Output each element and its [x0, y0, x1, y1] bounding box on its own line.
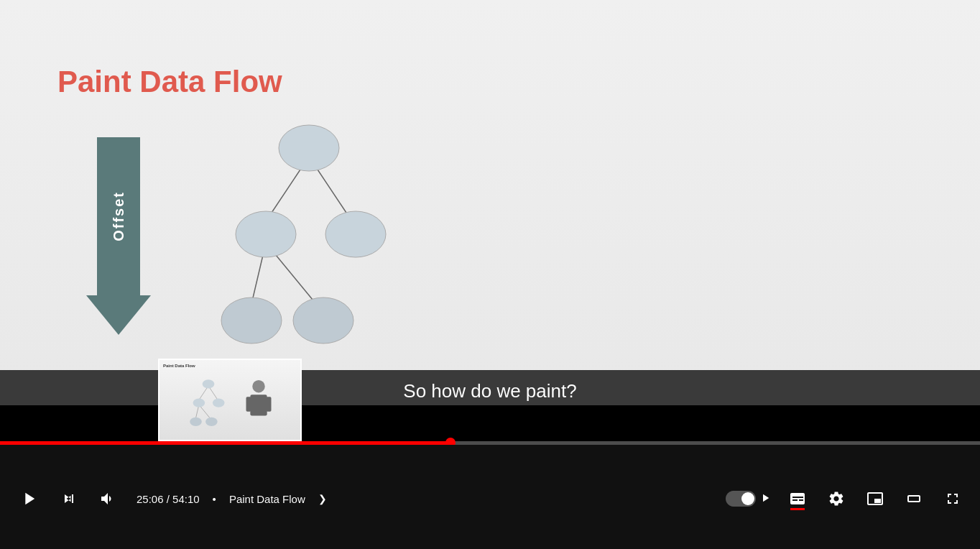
thumb-inner: Paint Data Flow — [160, 360, 300, 440]
miniplayer-button[interactable] — [862, 486, 888, 512]
diagram-area: Offset — [57, 121, 410, 351]
autoplay-icon — [759, 492, 772, 504]
chapter-dot: • — [213, 493, 216, 505]
miniplayer-icon — [866, 490, 884, 507]
controls-spacer — [0, 445, 980, 474]
svg-point-5 — [236, 211, 296, 257]
subtitles-icon — [789, 490, 806, 507]
play-icon — [19, 489, 39, 509]
svg-point-17 — [205, 417, 218, 426]
controls-row: 25:06 / 54:10 • Paint Data Flow ❯ — [0, 474, 980, 524]
slide-area: Paint Data Flow Offset — [0, 0, 980, 405]
skip-next-icon — [60, 490, 78, 507]
offset-arrow: Offset — [86, 137, 151, 335]
chapter-name: Paint Data Flow — [229, 493, 305, 505]
thumb-content — [163, 370, 297, 436]
total-time: 54:10 — [172, 493, 200, 505]
preview-thumbnail: Paint Data Flow — [158, 359, 302, 441]
volume-button[interactable] — [95, 486, 121, 512]
current-time: 25:06 — [137, 493, 164, 505]
settings-icon — [828, 490, 845, 507]
subtitles-button[interactable] — [785, 486, 810, 512]
time-separator: / — [164, 493, 173, 505]
svg-rect-20 — [246, 397, 251, 411]
subtitle-text: So how do we paint? — [403, 380, 576, 402]
settings-button[interactable] — [823, 486, 849, 512]
tree-svg — [208, 121, 410, 351]
svg-point-18 — [252, 380, 265, 393]
subtitle-bar: So how do we paint? — [0, 370, 980, 412]
theater-button[interactable] — [901, 486, 927, 512]
arrow-shaft: Offset — [97, 137, 140, 295]
play-button[interactable] — [14, 484, 43, 513]
svg-point-15 — [213, 398, 225, 407]
thumb-tree-svg — [180, 378, 237, 428]
svg-rect-21 — [267, 397, 272, 411]
svg-point-8 — [293, 297, 353, 343]
volume-icon — [99, 490, 116, 507]
offset-label: Offset — [111, 191, 127, 241]
svg-rect-19 — [250, 395, 267, 415]
autoplay-play-icon — [759, 492, 772, 507]
svg-point-6 — [325, 211, 386, 257]
time-display: 25:06 / 54:10 — [137, 493, 200, 505]
toggle-knob — [741, 492, 754, 505]
next-button[interactable] — [56, 486, 82, 512]
tree-diagram — [208, 121, 410, 351]
fullscreen-button[interactable] — [940, 486, 966, 512]
thumb-title: Paint Data Flow — [163, 364, 297, 368]
slide-title: Paint Data Flow — [57, 65, 282, 99]
svg-point-13 — [203, 379, 215, 388]
thumb-person-svg — [237, 378, 280, 428]
fullscreen-icon — [944, 490, 961, 507]
video-player: Google Paint Data Flow Offset — [0, 0, 980, 549]
autoplay-toggle[interactable] — [726, 491, 772, 507]
chapter-arrow[interactable]: ❯ — [318, 493, 327, 504]
toggle-track[interactable] — [726, 491, 756, 507]
svg-point-7 — [221, 297, 282, 343]
svg-point-14 — [193, 398, 205, 407]
theater-icon — [905, 490, 923, 507]
controls-bar: 25:06 / 54:10 • Paint Data Flow ❯ — [0, 445, 980, 549]
svg-point-4 — [279, 125, 339, 171]
svg-point-16 — [190, 417, 202, 426]
arrow-head — [86, 295, 151, 335]
